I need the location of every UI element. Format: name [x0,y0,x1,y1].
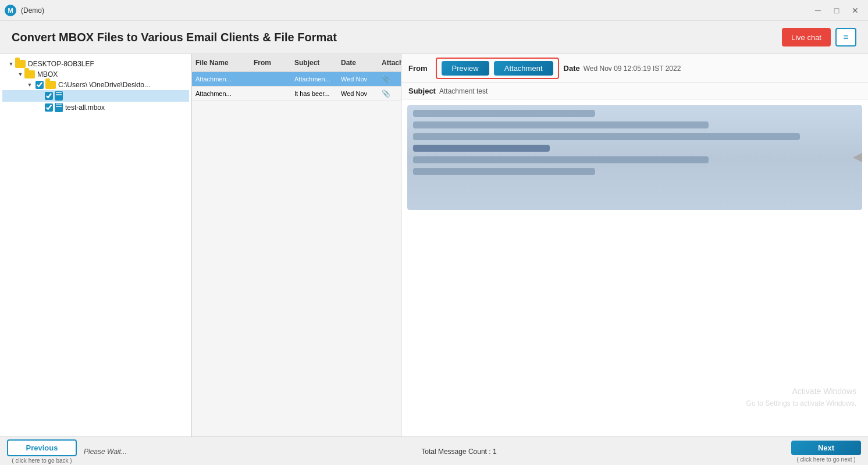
tree-container[interactable]: ▼ DESKTOP-8OB3LEF ▼ MBOX ▼ C:\Users\ \On… [0,54,191,437]
tree-item-desktop[interactable]: ▼ DESKTOP-8OB3LEF [2,59,189,69]
tree-item-mbox[interactable]: ▼ MBOX [2,69,189,80]
email-list-header: File Name From Subject Date Attachme... [192,54,401,72]
from-label: From [408,64,428,73]
expand-arrow-mbox: ▼ [16,70,24,78]
tree-checkbox-onedrive[interactable] [35,81,44,89]
email-cell-from-2 [250,92,291,95]
activate-windows-subtext: Go to Settings to activate Windows. [746,399,856,407]
main-content: ▼ DESKTOP-8OB3LEF ▼ MBOX ▼ C:\Users\ \On… [0,54,868,437]
previous-button[interactable]: Previous [7,439,77,456]
bottom-right: Next ( click here to go next ) [791,441,861,463]
email-body: Activate Windows Go to Settings to activ… [401,99,868,437]
middle-panel: File Name From Subject Date Attachme... … [192,54,401,437]
bottom-bar: Previous ( click here to go back ) Pleas… [0,437,868,465]
col-header-subject[interactable]: Subject [291,56,337,69]
col-header-date[interactable]: Date [337,56,378,69]
menu-button[interactable]: ≡ [835,28,856,46]
email-cell-subject-1: Attachmen... [291,74,337,84]
email-meta-bar: From Preview Attachment Date Wed Nov 09 … [401,54,868,83]
email-header-info: Subject Attachment test [401,83,868,99]
expand-arrow-file1 [35,92,43,100]
scroll-indicator [853,153,862,162]
close-button[interactable]: ✕ [847,3,863,17]
tree-label-desktop: DESKTOP-8OB3LEF [28,60,94,68]
email-cell-date-2: Wed Nov [337,89,378,98]
col-header-filename[interactable]: File Name [192,56,250,69]
file-icon-1 [55,91,63,101]
email-body-content [407,105,862,210]
blurred-line [413,168,595,175]
date-value: Wed Nov 09 12:05:19 IST 2022 [584,65,681,73]
preview-button[interactable]: Preview [442,61,489,76]
minimize-button[interactable]: ─ [810,3,826,17]
folder-icon-mbox [24,70,35,78]
activate-windows-text: Activate Windows [792,387,856,396]
header-buttons: Live chat ≡ [782,28,856,46]
email-cell-subject-2: It has beer... [291,89,337,98]
attachment-icon-1: 📎 [378,74,396,84]
email-row[interactable]: Attachmen... It has beer... Wed Nov 📎 [192,87,401,101]
expand-arrow-file2 [35,103,43,112]
blurred-line [413,110,595,117]
expand-arrow-onedrive: ▼ [26,81,34,89]
tree-checkbox-file1[interactable] [45,92,53,100]
email-cell-from-1 [250,78,291,80]
col-header-attachment[interactable]: Attachme... [378,56,396,69]
app-title: (Demo) [21,6,44,15]
email-cell-filename-1: Attachmen... [192,74,250,84]
subject-value: Attachment test [439,87,488,95]
left-panel: ▼ DESKTOP-8OB3LEF ▼ MBOX ▼ C:\Users\ \On… [0,54,192,437]
preview-attachment-group: Preview Attachment [436,58,559,79]
live-chat-button[interactable]: Live chat [782,28,831,46]
previous-section: Previous ( click here to go back ) [7,439,77,464]
tree-item-onedrive[interactable]: ▼ C:\Users\ \OneDrive\Deskto... [2,80,189,90]
page-title: Convert MBOX Files to Various Email Clie… [12,31,337,44]
blurred-line [413,145,550,152]
tree-checkbox-file2[interactable] [45,103,53,112]
tree-label-file2: test-all.mbox [65,103,105,112]
blurred-line [413,121,709,128]
date-section: Date Wed Nov 09 12:05:19 IST 2022 [564,64,681,73]
email-list[interactable]: Attachmen... Attachmen... Wed Nov 📎 Atta… [192,72,401,437]
maximize-button[interactable]: □ [828,3,845,17]
title-bar: M (Demo) ─ □ ✕ [0,0,868,21]
tree-item-file2[interactable]: test-all.mbox [2,102,189,113]
email-row[interactable]: Attachmen... Attachmen... Wed Nov 📎 [192,72,401,87]
subject-label: Subject [408,87,436,95]
window-controls: ─ □ ✕ [810,3,863,17]
subject-section: Subject Attachment test [408,87,488,95]
email-cell-date-1: Wed Nov [337,74,378,84]
attachment-icon-2: 📎 [378,88,396,99]
folder-icon [15,60,26,68]
please-wait-text: Please Wait... [84,448,127,456]
attachment-button[interactable]: Attachment [494,61,553,76]
date-label: Date [564,64,580,73]
right-panel: From Preview Attachment Date Wed Nov 09 … [401,54,868,437]
expand-arrow: ▼ [7,60,15,68]
file-icon-2 [55,103,63,112]
from-section: From [408,64,431,73]
email-cell-filename-2: Attachmen... [192,89,250,98]
previous-hint: ( click here to go back ) [12,457,72,464]
title-bar-left: M (Demo) [5,5,44,16]
app-icon: M [5,5,16,16]
tree-label-onedrive: C:\Users\ \OneDrive\Deskto... [58,81,150,89]
header: Convert MBOX Files to Various Email Clie… [0,21,868,54]
blurred-line [413,133,800,140]
col-header-from[interactable]: From [250,56,291,69]
bottom-left: Previous ( click here to go back ) Pleas… [7,439,127,464]
next-hint: ( click here to go next ) [796,456,855,463]
tree-label-mbox: MBOX [37,70,58,78]
blurred-line [413,156,709,163]
next-button[interactable]: Next [791,441,861,455]
folder-icon-onedrive [45,81,56,89]
total-message-count: Total Message Count : 1 [421,448,496,456]
tree-item-file1[interactable] [2,90,189,102]
